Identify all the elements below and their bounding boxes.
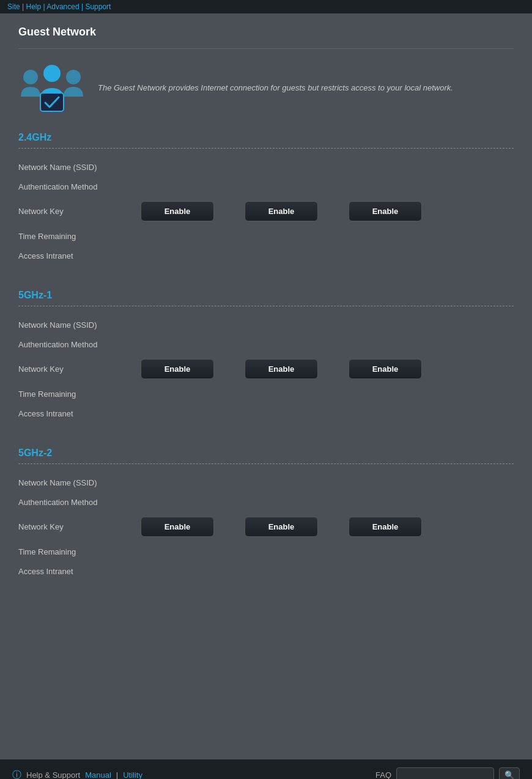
band-section-5ghz1: 5GHz-1 Network Name (SSID) Authenticatio… [18,290,514,423]
help-circle-icon: ⓘ [12,769,21,780]
manual-link[interactable]: Manual [85,770,111,780]
network-key-label-2g: Network Key [18,207,141,216]
auth-method-label-5g2: Authentication Method [18,498,141,507]
access-intranet-row-5g2: Access Intranet [18,561,514,581]
enable-btn-5g2-1[interactable]: Enable [141,517,214,537]
guest-network-icon [18,60,86,115]
auth-method-label-2g: Authentication Method [18,182,141,191]
access-intranet-label-5g1: Access Intranet [18,409,141,418]
time-remaining-row-2g: Time Remaining [18,226,514,246]
svg-rect-3 [40,93,64,111]
main-content: Guest Network The Guest Network provides… [0,13,532,759]
band-divider-5ghz2 [18,463,514,464]
auth-method-label-5g1: Authentication Method [18,340,141,349]
network-key-enable-row-5g1: Network Key Enable Enable Enable [18,354,514,384]
enable-btn-5g1-3[interactable]: Enable [349,359,422,379]
network-key-enable-row-5g2: Network Key Enable Enable Enable [18,512,514,542]
access-intranet-label-5g2: Access Intranet [18,567,141,576]
top-breadcrumb: Site | Help | Advanced | Support [0,0,532,13]
enable-btn-5g2-3[interactable]: Enable [349,517,422,537]
svg-point-0 [23,70,38,84]
network-name-row-5g1: Network Name (SSID) [18,315,514,334]
network-name-label-5g1: Network Name (SSID) [18,320,141,330]
enable-btn-2g-2[interactable]: Enable [245,201,318,221]
network-name-row-5g2: Network Name (SSID) [18,473,514,492]
enable-btn-2g-1[interactable]: Enable [141,201,214,221]
network-name-row-2g: Network Name (SSID) [18,157,514,177]
enable-btn-5g1-2[interactable]: Enable [245,359,318,379]
faq-search-button[interactable]: 🔍 [499,767,520,780]
access-intranet-row-2g: Access Intranet [18,246,514,265]
network-key-enable-row-2g: Network Key Enable Enable Enable [18,196,514,226]
band-section-5ghz2: 5GHz-2 Network Name (SSID) Authenticatio… [18,448,514,581]
footer: ⓘ Help & Support Manual | Utility FAQ 🔍 [0,759,532,779]
enable-btn-5g1-1[interactable]: Enable [141,359,214,379]
footer-faq-section: FAQ 🔍 [375,767,520,780]
access-intranet-label-2g: Access Intranet [18,251,141,260]
intro-section: The Guest Network provides Internet conn… [18,60,514,115]
enable-btn-2g-3[interactable]: Enable [349,201,422,221]
band-title-5ghz2: 5GHz-2 [18,448,514,459]
intro-description: The Guest Network provides Internet conn… [98,83,453,92]
band-title-5ghz1: 5GHz-1 [18,290,514,301]
network-key-label-5g1: Network Key [18,364,141,374]
svg-point-2 [43,65,61,82]
access-intranet-row-5g1: Access Intranet [18,404,514,423]
top-divider [18,48,514,49]
time-remaining-row-5g2: Time Remaining [18,542,514,561]
band-title-2_4ghz: 2.4GHz [18,132,514,143]
svg-point-1 [66,70,81,84]
band-divider-2_4ghz [18,148,514,149]
network-name-label-2g: Network Name (SSID) [18,163,141,172]
network-key-label-5g2: Network Key [18,522,141,531]
faq-search-input[interactable] [396,767,494,779]
enable-btn-5g2-2[interactable]: Enable [245,517,318,537]
footer-separator: | [116,770,118,780]
network-name-label-5g2: Network Name (SSID) [18,478,141,487]
band-section-2_4ghz: 2.4GHz Network Name (SSID) Authenticatio… [18,132,514,265]
time-remaining-row-5g1: Time Remaining [18,384,514,404]
time-remaining-label-2g: Time Remaining [18,232,141,241]
time-remaining-label-5g1: Time Remaining [18,389,141,399]
utility-link[interactable]: Utility [123,770,142,780]
faq-label: FAQ [375,770,391,780]
time-remaining-label-5g2: Time Remaining [18,547,141,556]
auth-method-row-5g2: Authentication Method [18,492,514,512]
auth-method-row-5g1: Authentication Method [18,334,514,354]
page-title: Guest Network [18,26,514,39]
footer-help-section: ⓘ Help & Support Manual | Utility [12,769,142,780]
band-divider-5ghz1 [18,306,514,306]
help-support-label: Help & Support [26,770,80,780]
auth-method-row-2g: Authentication Method [18,177,514,196]
